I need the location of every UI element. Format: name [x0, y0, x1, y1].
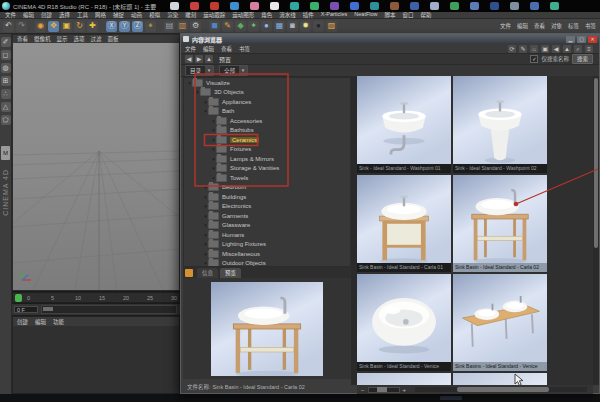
history-back-icon[interactable]: ◀: [185, 55, 193, 63]
material-icon[interactable]: ●: [313, 21, 324, 32]
viewport-menu-item[interactable]: 过滤: [91, 35, 102, 43]
texture-icon[interactable]: ▨: [326, 21, 337, 32]
tree-item-appliances[interactable]: ▾Appliances: [184, 97, 350, 107]
tab-信息[interactable]: 信息: [197, 268, 218, 278]
z-axis-lock-icon[interactable]: Ⓩ: [132, 21, 143, 32]
folder-view-icon[interactable]: ▣: [541, 45, 549, 53]
tree-item-buildings[interactable]: ▾Buildings: [184, 192, 350, 202]
object-manager-menu-item[interactable]: 对象: [551, 22, 562, 30]
taskbar-app-icon[interactable]: [370, 2, 379, 10]
texture-mode-icon[interactable]: ◍: [1, 63, 11, 73]
type-dropdown[interactable]: 全部 ▾: [219, 65, 248, 76]
menubar-item[interactable]: X-Particles: [321, 11, 348, 19]
menubar-item[interactable]: 捕捉: [113, 11, 124, 19]
light-icon[interactable]: ✹: [300, 21, 311, 32]
viewport-menu-item[interactable]: 显示: [57, 35, 68, 43]
undo-history-icon[interactable]: ✐: [1, 37, 11, 47]
render-view-icon[interactable]: ▤: [164, 21, 175, 32]
workplane-icon[interactable]: ⊞: [1, 76, 11, 86]
horizontal-scrollbar[interactable]: [415, 387, 587, 392]
thumbnail-item[interactable]: Sink Basin - Ideal Standard - Venice: [357, 274, 451, 371]
taskbar-app-icon[interactable]: [430, 2, 439, 10]
refresh-icon[interactable]: ⟳: [508, 45, 516, 53]
add-scene-object-icon[interactable]: ●: [261, 21, 272, 32]
tab-预览[interactable]: 预览: [220, 268, 241, 278]
taskbar-app-icon[interactable]: [410, 2, 419, 10]
menubar-item[interactable]: 流水线: [279, 11, 296, 19]
material-menu-item[interactable]: 功能: [53, 318, 64, 326]
frame-range-slider[interactable]: [41, 305, 177, 314]
taskbar-app-icon[interactable]: [190, 2, 199, 10]
taskbar-app-icon[interactable]: [550, 2, 559, 10]
tree-item-accessories[interactable]: ▾Accessories: [184, 116, 350, 126]
menubar-item[interactable]: 动画: [131, 11, 142, 19]
object-manager-menu-item[interactable]: 标签: [568, 22, 579, 30]
current-frame-field[interactable]: 0 F: [14, 306, 38, 313]
live-selection-icon[interactable]: ◉: [35, 21, 46, 32]
tree-item-glassware[interactable]: ▾Glassware: [184, 221, 350, 231]
tree-item-bathtubs[interactable]: ▾Bathtubs: [184, 126, 350, 136]
render-picture-viewer-icon[interactable]: ▥: [177, 21, 188, 32]
tree-item-humans[interactable]: ▾Humans: [184, 230, 350, 240]
menubar-item[interactable]: 工具: [77, 11, 88, 19]
menubar-item[interactable]: 网格: [95, 11, 106, 19]
menubar-item[interactable]: 帮助: [421, 11, 432, 19]
thumbnail-item[interactable]: Sink Basin - Ideal Standard - Carla 01: [357, 175, 451, 272]
taskbar-app-icon[interactable]: [450, 2, 459, 10]
taskbar-app-icon[interactable]: [350, 2, 359, 10]
material-menu-item[interactable]: 编辑: [35, 318, 46, 326]
menubar-item[interactable]: 渲染: [167, 11, 178, 19]
menubar-item[interactable]: 选择: [59, 11, 70, 19]
timeline-playhead[interactable]: [15, 294, 22, 302]
taskbar-app-icon[interactable]: [470, 2, 479, 10]
tree-item-storage-vanities[interactable]: ▾Storage & Vanities: [184, 164, 350, 174]
tree-item-visualize[interactable]: ▾Visualize: [184, 78, 350, 88]
scale-tool-icon[interactable]: ▣: [61, 21, 72, 32]
thumbnail-item[interactable]: [453, 373, 547, 385]
add-array-icon[interactable]: ▦: [274, 21, 285, 32]
object-manager-menu-item[interactable]: 书签: [585, 22, 596, 30]
maximize-button[interactable]: ▢: [577, 36, 586, 43]
thumbnail-size-handle[interactable]: [377, 387, 387, 392]
menubar-item[interactable]: 运动图形: [232, 11, 254, 19]
browser-menu-item[interactable]: 文件: [185, 45, 196, 53]
list-view-icon[interactable]: ≡: [585, 45, 593, 53]
model-mode-icon[interactable]: ◻: [1, 50, 11, 60]
thumbnail-item[interactable]: Sink Basins - Ideal Standard - Venice: [453, 274, 547, 371]
menubar-item[interactable]: 创建: [41, 11, 52, 19]
viewport-menu-item[interactable]: 选项: [74, 35, 85, 43]
tree-item-towels[interactable]: ▾Towels: [184, 173, 350, 183]
undo-icon[interactable]: ↶: [3, 21, 14, 32]
thumbnail-item[interactable]: Sink Basin - Ideal Standard - Carla 02: [453, 175, 547, 272]
menubar-item[interactable]: 运动跟踪: [203, 11, 225, 19]
menubar-item[interactable]: 窗口: [403, 11, 414, 19]
menubar-item[interactable]: 角色: [261, 11, 272, 19]
taskbar-app-icon[interactable]: [290, 2, 299, 10]
frame-slider-handle[interactable]: [43, 307, 53, 311]
search-icon[interactable]: ⌕: [574, 45, 582, 53]
parent-folder-icon[interactable]: ▲: [205, 55, 213, 63]
menubar-item[interactable]: NeatFlow: [354, 11, 377, 19]
taskbar-app-icon[interactable]: [270, 2, 279, 10]
home-icon[interactable]: ⌂: [530, 45, 538, 53]
tree-item-lamps-mirrors[interactable]: ▾Lamps & Mirrors: [184, 154, 350, 164]
thumbnail-zoom-in-button[interactable]: +: [403, 387, 407, 393]
camera-icon[interactable]: ◙: [287, 21, 298, 32]
viewport-menu-item[interactable]: 面板: [108, 35, 119, 43]
horizontal-scrollbar-thumb[interactable]: [457, 387, 549, 392]
vertical-scrollbar-thumb[interactable]: [594, 78, 598, 248]
taskbar-app-icon[interactable]: [250, 2, 259, 10]
object-manager-menu-item[interactable]: 查看: [534, 22, 545, 30]
menubar-item[interactable]: 雕刻: [185, 11, 196, 19]
taskbar-app-icon[interactable]: [210, 2, 219, 10]
move-tool-icon[interactable]: ✥: [48, 21, 59, 32]
browser-menu-item[interactable]: 编辑: [203, 45, 214, 53]
tree-item-3d-objects[interactable]: ▾3D Objects: [184, 88, 350, 98]
polygons-mode-icon[interactable]: ⬠: [1, 115, 11, 125]
vertical-scrollbar[interactable]: [593, 76, 599, 385]
menubar-item[interactable]: 插件: [303, 11, 314, 19]
up-nav-icon[interactable]: ▲: [563, 45, 571, 53]
render-settings-icon[interactable]: ⚙: [190, 21, 201, 32]
menubar-item[interactable]: 脚本: [385, 11, 396, 19]
thumbnail-item[interactable]: Sink - Ideal Standard - Washpoint 02: [453, 76, 547, 173]
